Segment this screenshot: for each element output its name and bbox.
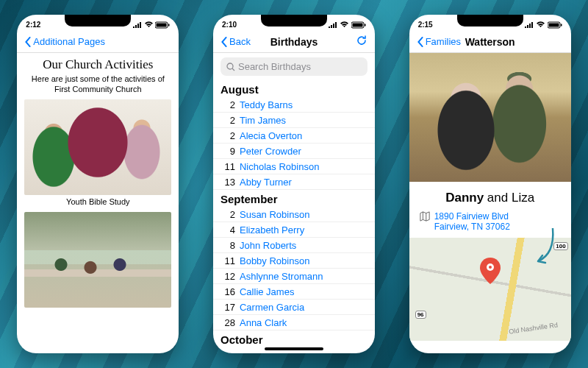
refresh-icon xyxy=(356,35,368,46)
nav-bar: Additional Pages xyxy=(17,31,179,53)
svg-rect-8 xyxy=(548,23,559,26)
svg-point-11 xyxy=(489,266,492,269)
map-view[interactable]: 96 100 Old Nashville Rd xyxy=(409,238,571,341)
birthday-row[interactable]: 11Nicholas Robinson xyxy=(213,159,375,174)
notch xyxy=(261,15,327,26)
nav-title: Birthdays xyxy=(270,36,318,48)
birthday-name: Nicholas Robinson xyxy=(240,161,319,172)
nav-bar: Back Birthdays xyxy=(213,31,375,53)
birthday-name: Tim James xyxy=(240,115,286,126)
birthday-row[interactable]: 12Ashlynne Stromann xyxy=(213,269,375,284)
back-label: Back xyxy=(229,36,251,47)
chevron-left-icon xyxy=(24,37,32,47)
birthday-name: Peter Crowder xyxy=(240,146,301,157)
back-button[interactable]: Families xyxy=(417,36,461,47)
birthday-name: Susan Robinson xyxy=(240,209,309,220)
birthday-day: 8 xyxy=(220,240,235,251)
birthday-day: 4 xyxy=(220,224,235,236)
content-scroll[interactable]: Search Birthdays August2Teddy Barns2Tim … xyxy=(213,53,375,353)
address-line-1: 1890 Fairview Blvd xyxy=(434,211,510,222)
birthday-day: 11 xyxy=(220,255,235,266)
birthday-row[interactable]: 13Abby Turner xyxy=(213,174,375,190)
svg-rect-5 xyxy=(365,24,366,26)
signal-icon xyxy=(525,21,534,28)
name-conj: and xyxy=(484,191,512,205)
birthday-row[interactable]: 2Susan Robinson xyxy=(213,207,375,222)
nav-bar: Families Watterson xyxy=(409,31,571,53)
birthday-row[interactable]: 2Teddy Barns xyxy=(213,97,375,113)
youth-bible-study-image xyxy=(24,99,171,195)
birthday-row[interactable]: 28Anna Clark xyxy=(213,315,375,330)
birthday-row[interactable]: 16Callie James xyxy=(213,284,375,300)
birthday-row[interactable]: 8John Roberts xyxy=(213,238,375,253)
birthday-row[interactable]: 11Bobby Robinson xyxy=(213,253,375,269)
content-scroll[interactable]: Our Church Activities Here are just some… xyxy=(17,53,179,353)
activity-block-1: Youth Bible Study xyxy=(24,99,171,206)
refresh-button[interactable] xyxy=(356,35,368,49)
battery-icon xyxy=(548,21,562,29)
home-indicator[interactable] xyxy=(265,347,323,350)
back-button[interactable]: Back xyxy=(220,36,251,47)
birthday-list: August2Teddy Barns2Tim James2Alecia Over… xyxy=(213,80,375,347)
svg-rect-9 xyxy=(561,24,562,26)
month-header: September xyxy=(213,190,375,207)
family-names: Danny and Liza xyxy=(409,182,571,211)
birthday-row[interactable]: 2Alecia Overton xyxy=(213,128,375,144)
status-indicators xyxy=(133,20,171,28)
birthday-day: 11 xyxy=(220,161,235,172)
search-input[interactable]: Search Birthdays xyxy=(220,57,368,76)
nav-title: Watterson xyxy=(465,36,515,48)
month-header: August xyxy=(213,80,375,97)
birthday-day: 2 xyxy=(220,130,235,141)
content-scroll[interactable]: Danny and Liza 1890 Fairview Blvd Fairvi… xyxy=(409,53,571,353)
birthday-day: 17 xyxy=(220,302,235,313)
wifi-icon xyxy=(340,21,349,28)
map-pin-icon xyxy=(480,258,501,284)
status-time: 2:10 xyxy=(222,21,237,29)
status-time: 2:12 xyxy=(26,21,40,29)
birthday-row[interactable]: 4Elizabeth Perry xyxy=(213,222,375,238)
chevron-left-icon xyxy=(417,37,424,47)
birthday-row[interactable]: 17Carmen Garcia xyxy=(213,300,375,315)
search-placeholder: Search Birthdays xyxy=(238,61,311,72)
birthday-row[interactable]: 9Peter Crowder xyxy=(213,144,375,159)
status-time: 2:15 xyxy=(418,21,433,29)
svg-point-6 xyxy=(227,63,233,69)
phone-activities: 2:12 Additional Pages Our Church Activit… xyxy=(17,15,179,353)
church-dinner-image xyxy=(24,212,171,308)
phone-birthdays: 2:10 Back Birthdays Search Birthdays Aug… xyxy=(213,15,375,353)
arrow-annotation xyxy=(527,224,556,269)
wifi-icon xyxy=(536,21,545,28)
map-icon xyxy=(420,211,430,222)
birthday-name: Elizabeth Perry xyxy=(240,224,304,236)
activity-block-2 xyxy=(24,212,171,308)
birthday-day: 9 xyxy=(220,146,235,157)
family-photo xyxy=(409,53,571,182)
birthday-name: John Roberts xyxy=(240,240,296,251)
route-shield: 100 xyxy=(553,242,567,250)
birthday-day: 13 xyxy=(220,177,235,188)
wifi-icon xyxy=(144,21,154,28)
birthday-day: 28 xyxy=(220,317,235,328)
search-icon xyxy=(226,63,235,71)
back-button[interactable]: Additional Pages xyxy=(24,36,105,47)
status-indicators xyxy=(329,20,366,28)
signal-icon xyxy=(133,21,142,28)
notch xyxy=(65,15,131,26)
signal-icon xyxy=(329,21,337,28)
svg-rect-1 xyxy=(157,23,167,26)
birthday-name: Bobby Robinson xyxy=(240,255,309,266)
birthday-name: Abby Turner xyxy=(240,177,292,188)
birthday-name: Anna Clark xyxy=(240,317,287,328)
battery-icon xyxy=(155,21,170,29)
back-label: Families xyxy=(426,36,461,47)
birthday-day: 2 xyxy=(220,209,235,220)
image-caption: Youth Bible Study xyxy=(24,197,171,206)
notch xyxy=(457,15,523,26)
birthday-name: Ashlynne Stromann xyxy=(240,271,323,282)
birthday-day: 2 xyxy=(220,115,235,126)
birthday-row[interactable]: 2Tim James xyxy=(213,113,375,128)
month-header: October xyxy=(213,330,375,347)
birthday-name: Carmen Garcia xyxy=(240,302,304,313)
route-shield: 96 xyxy=(415,311,426,319)
